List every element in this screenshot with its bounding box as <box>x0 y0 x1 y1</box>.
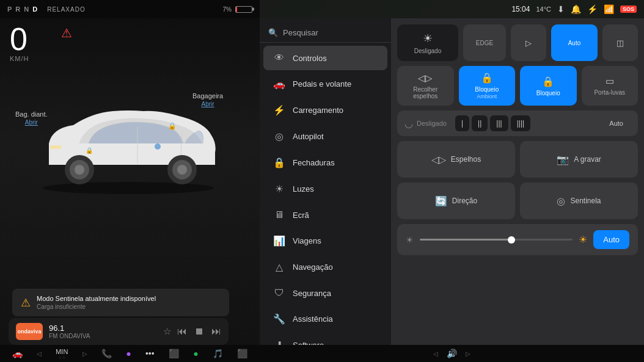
wiper-speed-4[interactable]: |||| <box>511 115 530 131</box>
menu-item-fechaduras[interactable]: 🔒 Fechaduras <box>263 150 387 175</box>
controlos-icon: 👁 <box>273 52 285 63</box>
phone-icon[interactable]: 📞 <box>101 349 112 358</box>
radio-info: 96.1 FM ONDAVIVA <box>49 324 157 339</box>
lights-off-btn[interactable]: ☀ Desligado <box>397 24 458 61</box>
menu-label-viagens: Viagens <box>293 236 321 245</box>
radio-controls: ⏮ ⏹ ⏭ <box>177 326 221 337</box>
warning-title: Modo Sentinela atualmente indisponível <box>37 295 156 302</box>
bag-diant-label: Bag. diant. Abrir <box>15 110 48 126</box>
edge-label: EDGE <box>476 40 493 46</box>
bag-diant-action[interactable]: Abrir <box>15 118 48 126</box>
menu-item-carregamento[interactable]: ⚡ Carregamento <box>263 98 387 123</box>
next-arrow-icon[interactable]: ▷ <box>82 350 87 357</box>
media-icon[interactable]: 🎵 <box>213 349 223 358</box>
menu-item-luzes[interactable]: ☀ Luzes <box>263 176 387 201</box>
lights-icon: ☀ <box>423 32 433 45</box>
edge-btn[interactable]: EDGE <box>463 24 506 61</box>
wiper-icon: ◡ <box>404 118 413 129</box>
extra-icon: ◫ <box>617 38 624 48</box>
prev-arrow-icon[interactable]: ◁ <box>37 350 42 357</box>
wiper-speed-2[interactable]: || <box>472 115 488 131</box>
wiper-speed-3[interactable]: ||| <box>490 115 508 131</box>
menu-item-ecra[interactable]: 🖥 Ecrã <box>263 203 387 227</box>
lock-icon: 🔒 <box>542 76 554 87</box>
carregamento-icon: ⚡ <box>273 104 285 116</box>
wiper-auto-btn[interactable]: Auto <box>602 116 631 131</box>
stop-icon[interactable]: ⏹ <box>194 326 204 337</box>
favorite-icon[interactable]: ☆ <box>163 326 171 337</box>
sentinela-btn[interactable]: ◎ Sentinela <box>520 183 638 219</box>
recolher-espelhos-btn[interactable]: ◁▷ Recolherespelhos <box>397 66 454 106</box>
menu-item-seguranca[interactable]: 🛡 Segurança <box>263 281 387 305</box>
assistencia-icon: 🔧 <box>273 313 285 325</box>
car-home-icon[interactable]: 🚗 <box>12 349 23 358</box>
lights-off-label: Desligado <box>414 48 441 54</box>
search-bar[interactable]: 🔍 Pesquisar <box>260 23 391 43</box>
menu-item-viagens[interactable]: 📊 Viagens <box>263 228 387 253</box>
auto-lights-btn[interactable]: Auto <box>551 24 598 61</box>
temperature: 14°C <box>536 5 551 13</box>
car-panel: P R N D RELAXADO 7% 0 KM/H ⚠ <box>0 0 260 362</box>
bloqueio-ambient-btn[interactable]: 🔒 BloqueioAmbiont <box>459 66 516 106</box>
porta-luvas-btn[interactable]: ▭ Porta-luvas <box>582 66 639 106</box>
porta-luvas-label: Porta-luvas <box>594 89 625 96</box>
extra-lights-btn[interactable]: ◫ <box>602 24 638 61</box>
taskbar-right: ◁ 🔊 ▷ <box>260 349 644 358</box>
right-panel: 15:04 14°C ⬇ 🔔 ⚡ 📶 SOS 🔍 Pesquisar 👁 Con… <box>260 0 644 362</box>
a-gravar-btn[interactable]: 📷 A gravar <box>520 141 638 178</box>
volume-icon[interactable]: 🔊 <box>447 349 457 358</box>
navegacao-icon: △ <box>273 261 285 273</box>
prev-track-icon[interactable]: ⏮ <box>177 326 187 337</box>
brightness-slider[interactable] <box>420 239 573 241</box>
min-control[interactable]: MIN ○ ○ <box>56 348 68 360</box>
luzes-icon: ☀ <box>273 183 285 195</box>
camera-icon[interactable]: ⬛ <box>237 349 247 358</box>
menu-item-pedais[interactable]: 🚗 Pedais e volante <box>263 71 387 96</box>
more-icon[interactable]: ••• <box>145 349 155 358</box>
warning-triangle-icon: ⚠ <box>21 296 31 310</box>
drive-mode: RELAXADO <box>47 6 85 13</box>
bloqueio-btn[interactable]: 🔒 Bloqueio <box>520 66 577 106</box>
battery-info: 7% <box>223 6 252 13</box>
brightness-high-icon: ☀ <box>579 234 587 245</box>
viagens-icon: 📊 <box>273 235 285 247</box>
menu-sidebar: 🔍 Pesquisar 👁 Controlos 🚗 Pedais e volan… <box>260 18 391 362</box>
ecra-icon: 🖥 <box>273 209 285 220</box>
bluetooth-icon: ⚡ <box>587 4 598 14</box>
battery-bar <box>235 6 252 13</box>
radio-logo: ondaviva <box>16 323 43 340</box>
music-icon[interactable]: ● <box>126 349 131 358</box>
menu-label-pedais: Pedais e volante <box>293 79 351 89</box>
menu-item-assistencia[interactable]: 🔧 Assistência <box>263 306 387 331</box>
right-prev-icon[interactable]: ◁ <box>433 350 438 357</box>
car-image-area: 🔒 🔒 Bag. diant. Abrir Bagageira Abrir <box>12 55 244 220</box>
bottom-taskbar: 🚗 ◁ MIN ○ ○ ▷ 📞 ● ••• ⬛ ● 🎵 ⬛ ◁ 🔊 ▷ <box>0 345 644 362</box>
lock-ambient-icon: 🔒 <box>481 72 493 84</box>
card-icon[interactable]: ⬛ <box>169 349 179 358</box>
spotify-icon[interactable]: ● <box>193 349 198 358</box>
menu-item-controlos[interactable]: 👁 Controlos <box>263 46 387 70</box>
sentinela-icon: ◎ <box>557 195 565 207</box>
gear-d: D <box>32 5 37 13</box>
menu-label-luzes: Luzes <box>293 184 314 194</box>
wiper-speed-1[interactable]: | <box>455 115 469 131</box>
auto-brightness-btn[interactable]: Auto <box>593 230 629 249</box>
fechaduras-icon: 🔒 <box>273 157 285 168</box>
right-next-icon[interactable]: ▷ <box>466 350 470 357</box>
next-track-icon[interactable]: ⏭ <box>211 326 221 337</box>
parking-btn[interactable]: ▷ <box>511 24 546 61</box>
svg-point-8 <box>177 165 187 175</box>
menu-item-autopilot[interactable]: ◎ Autopilot <box>263 124 387 149</box>
espelhos-btn[interactable]: ◁▷ Espelhos <box>397 141 515 178</box>
bloqueio-label: Bloqueio <box>536 90 560 96</box>
bell-icon: 🔔 <box>571 4 581 14</box>
menu-item-navegacao[interactable]: △ Navegação <box>263 255 387 280</box>
mirrors-fold-label: Recolherespelhos <box>413 86 437 100</box>
steering-sentinela-row: 🔄 Direção ◎ Sentinela <box>397 183 638 219</box>
direcao-btn[interactable]: 🔄 Direção <box>397 183 515 219</box>
seguranca-icon: 🛡 <box>273 288 285 299</box>
bagageira-action[interactable]: Abrir <box>192 100 223 108</box>
mirrors-recording-row: ◁▷ Espelhos 📷 A gravar <box>397 141 638 178</box>
gear-p: P <box>7 5 12 13</box>
sos-badge: SOS <box>620 5 637 13</box>
